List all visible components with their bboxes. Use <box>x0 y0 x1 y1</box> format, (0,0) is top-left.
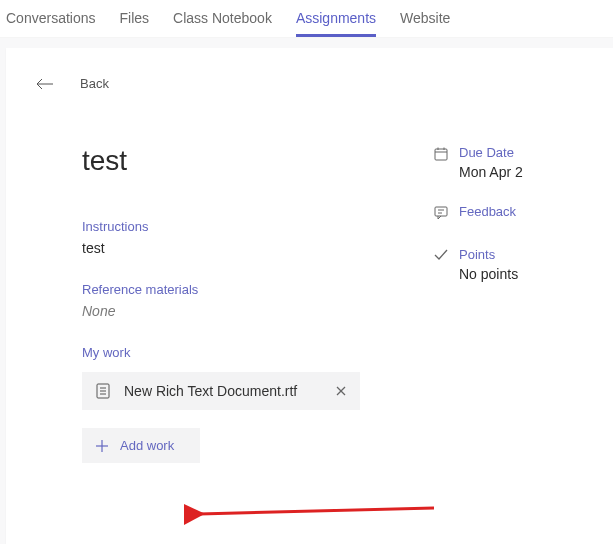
work-file-chip[interactable]: New Rich Text Document.rtf <box>82 372 360 410</box>
check-icon <box>433 247 449 261</box>
tab-files[interactable]: Files <box>120 10 150 37</box>
remove-work-button[interactable] <box>336 386 346 396</box>
feedback-icon <box>433 204 449 220</box>
feedback-label: Feedback <box>459 204 516 219</box>
back-button[interactable]: Back <box>36 76 583 91</box>
plus-icon <box>96 440 108 452</box>
tab-class-notebook[interactable]: Class Notebook <box>173 10 272 37</box>
add-work-button[interactable]: Add work <box>82 428 200 463</box>
back-arrow-icon <box>36 78 58 90</box>
reference-materials-value: None <box>82 303 393 319</box>
due-date-value: Mon Apr 2 <box>459 164 523 180</box>
work-file-name: New Rich Text Document.rtf <box>124 383 322 399</box>
back-label: Back <box>80 76 109 91</box>
instructions-label: Instructions <box>82 219 393 234</box>
feedback-section: Feedback <box>433 204 583 223</box>
calendar-icon <box>433 145 449 161</box>
assignment-main: test Instructions test Reference materia… <box>82 145 393 463</box>
tab-website[interactable]: Website <box>400 10 450 37</box>
reference-materials-label: Reference materials <box>82 282 393 297</box>
points-value: No points <box>459 266 518 282</box>
svg-rect-8 <box>435 149 447 160</box>
due-date-section: Due Date Mon Apr 2 <box>433 145 583 180</box>
assignment-card: Back test Instructions test Reference ma… <box>6 48 613 544</box>
instructions-text: test <box>82 240 393 256</box>
document-icon <box>96 383 110 399</box>
points-label: Points <box>459 247 518 262</box>
add-work-label: Add work <box>120 438 174 453</box>
my-work-label: My work <box>82 345 393 360</box>
assignments-page: Back test Instructions test Reference ma… <box>0 38 613 544</box>
points-section: Points No points <box>433 247 583 282</box>
due-date-label: Due Date <box>459 145 523 160</box>
svg-rect-12 <box>435 207 447 216</box>
tab-conversations[interactable]: Conversations <box>6 10 96 37</box>
tab-assignments[interactable]: Assignments <box>296 10 376 37</box>
assignment-side: Due Date Mon Apr 2 Feedback <box>433 145 583 463</box>
channel-tabs: Conversations Files Class Notebook Assig… <box>0 0 613 38</box>
assignment-title: test <box>82 145 393 177</box>
